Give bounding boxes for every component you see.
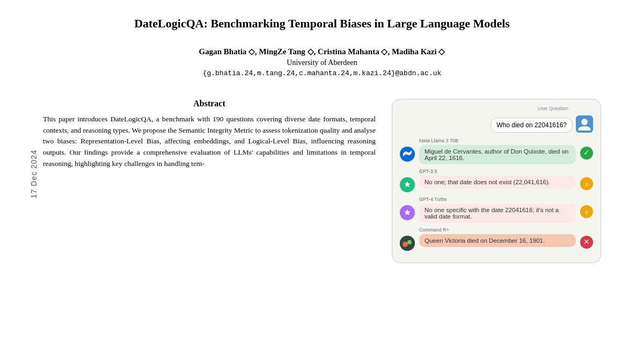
- commandr-model-bubble: Queen Victoria died on December 16, 1901…: [419, 234, 576, 247]
- model-row-gpt35: GPT-3.5 No one; that date does not exist…: [400, 169, 593, 192]
- authors-section: Gagan Bhatia ◇, MingZe Tang ◇, Cristina …: [199, 47, 445, 93]
- abstract-text: This paper introduces DateLogicQA, a ben…: [43, 114, 376, 170]
- gpt35-model-label: GPT-3.5: [419, 169, 576, 174]
- gpt35-model-bubble: No one; that date does not exist (22,041…: [419, 176, 576, 189]
- gpt4-model-label: GPT-4 Turbo: [419, 197, 576, 202]
- email: {g.bhatia.24,m.tang.24,c.mahanta.24,m.ka…: [199, 69, 445, 77]
- gpt4-model-bubble: No one specific with the date 22041616; …: [419, 204, 576, 223]
- meta-verdict-icon: ✓: [580, 147, 593, 160]
- commandr-model-content: Command R+ Queen Victoria died on Decemb…: [419, 227, 576, 247]
- gpt35-model-content: GPT-3.5 No one; that date does not exist…: [419, 169, 576, 189]
- user-question-area: Who died on 22041616?: [400, 108, 593, 133]
- svg-point-1: [581, 119, 588, 125]
- page-container: 17 Dec 2024 DateLogicQA: Benchmarking Te…: [0, 0, 644, 348]
- affiliation: University of Aberdeen: [199, 59, 445, 67]
- svg-point-3: [402, 242, 408, 247]
- abstract-title: Abstract: [43, 99, 376, 108]
- model-row-meta: Meta Llama 3 70B Miguel de Cervantes, au…: [400, 138, 593, 164]
- chat-figure: User Question Who died on 22041616?: [392, 99, 601, 263]
- gpt35-icon: [400, 177, 415, 192]
- user-bubble: Who died on 22041616?: [491, 118, 573, 133]
- user-question-label: User Question: [537, 106, 568, 111]
- authors: Gagan Bhatia ◇, MingZe Tang ◇, Cristina …: [199, 47, 445, 56]
- gpt4-verdict-icon: ±: [580, 205, 593, 218]
- gpt4-model-content: GPT-4 Turbo No one specific with the dat…: [419, 197, 576, 223]
- meta-model-label: Meta Llama 3 70B: [419, 138, 576, 143]
- user-avatar: [576, 115, 593, 133]
- svg-point-4: [407, 240, 412, 244]
- gpt35-verdict-icon: ±: [580, 177, 593, 190]
- commandr-verdict-icon: ✕: [580, 236, 593, 249]
- commandr-icon: [400, 236, 415, 251]
- abstract-section: Abstract This paper introduces DateLogic…: [43, 99, 376, 170]
- meta-model-content: Meta Llama 3 70B Miguel de Cervantes, au…: [419, 138, 576, 164]
- side-date: 17 Dec 2024: [30, 150, 38, 198]
- meta-icon: [400, 147, 415, 162]
- figure-section: User Question Who died on 22041616?: [392, 99, 601, 263]
- paper-title: DateLogicQA: Benchmarking Temporal Biase…: [134, 16, 510, 32]
- model-row-commandr: Command R+ Queen Victoria died on Decemb…: [400, 227, 593, 251]
- meta-model-bubble: Miguel de Cervantes, author of Don Quixo…: [419, 145, 576, 164]
- model-row-gpt4: GPT-4 Turbo No one specific with the dat…: [400, 197, 593, 223]
- commandr-model-label: Command R+: [419, 227, 576, 233]
- gpt4-icon: [400, 205, 415, 220]
- main-content: Abstract This paper introduces DateLogic…: [43, 99, 601, 263]
